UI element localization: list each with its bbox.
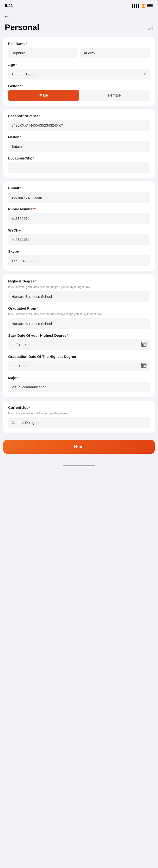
- full-name-group: Full Name*: [8, 41, 150, 58]
- age-group: Age* 18 / 08 / 1986 ▼: [8, 63, 150, 80]
- wifi-icon: 📶: [141, 4, 146, 8]
- graduated-from-hint: If you haven't graduated,fill in the uni…: [8, 312, 150, 316]
- back-arrow-icon[interactable]: ←: [4, 13, 10, 20]
- wechat-input[interactable]: [8, 234, 150, 245]
- graduation-date-group: Graduation Date Of The Highest Degree: [8, 354, 150, 371]
- full-name-inputs: [8, 48, 150, 58]
- highest-degree-input[interactable]: [8, 291, 150, 302]
- skype-group: Skype: [8, 249, 150, 266]
- next-button-container: Next: [0, 436, 158, 461]
- contact-info-card: E-mail* Phone Number* WeChat Skype: [3, 181, 155, 271]
- highest-degree-label: Highest Degree*: [8, 279, 150, 283]
- passport-number-group: Passport Number*: [8, 114, 150, 131]
- current-job-label: Current Job*: [8, 405, 150, 409]
- back-button-container: ←: [0, 10, 158, 21]
- start-date-wrapper: [8, 339, 150, 350]
- nation-label: Nation*: [8, 135, 150, 139]
- graduated-from-input[interactable]: [8, 318, 150, 329]
- graduated-from-label: Graduated From*: [8, 306, 150, 310]
- nation-group: Nation*: [8, 135, 150, 152]
- start-date-input[interactable]: [8, 339, 150, 350]
- battery-icon: [147, 4, 153, 8]
- age-label: Age*: [8, 63, 150, 67]
- gender-label: Gender*: [8, 84, 150, 88]
- svg-rect-2: [153, 5, 153, 6]
- page-header: Personal 1/3: [0, 21, 158, 37]
- major-label: Major*: [8, 376, 150, 380]
- major-input[interactable]: [8, 382, 150, 393]
- current-job-group: Current Job* If you are student now,fill…: [8, 405, 150, 428]
- wechat-label: WeChat: [8, 228, 150, 232]
- graduated-from-group: Graduated From* If you haven't graduated…: [8, 306, 150, 329]
- location-city-group: Location(City)*: [8, 156, 150, 173]
- passport-number-input[interactable]: [8, 120, 150, 131]
- home-bar: [63, 465, 95, 466]
- page-step: 1/3: [148, 26, 153, 31]
- last-name-input[interactable]: [8, 48, 77, 58]
- job-info-card: Current Job* If you are student now,fill…: [3, 401, 155, 433]
- graduation-date-label: Graduation Date Of The Highest Degree: [8, 354, 150, 359]
- passport-info-card: Passport Number* Nation* Location(City)*: [3, 109, 155, 178]
- first-name-col: [81, 48, 150, 58]
- highest-degree-group: Highest Degree* If you haven't graduated…: [8, 279, 150, 302]
- basic-info-card: Full Name* Age* 18 / 08 / 1986 ▼ Gender*: [3, 37, 155, 106]
- graduation-date-wrapper: [8, 361, 150, 371]
- email-group: E-mail*: [8, 186, 150, 203]
- first-name-input[interactable]: [81, 48, 150, 58]
- status-bar: 9:41 ▌▌▌▌ 📶: [0, 0, 158, 10]
- current-job-input[interactable]: [8, 417, 150, 428]
- gender-male-button[interactable]: Male: [8, 90, 79, 101]
- wechat-group: WeChat: [8, 228, 150, 245]
- home-indicator: [0, 461, 158, 468]
- full-name-label: Full Name*: [8, 41, 150, 45]
- email-label: E-mail*: [8, 186, 150, 190]
- gender-toggle: Male Female: [8, 90, 150, 101]
- email-input[interactable]: [8, 192, 150, 203]
- current-job-hint: If you are student now,fill in your grad…: [8, 411, 150, 415]
- major-group: Major*: [8, 376, 150, 393]
- passport-number-label: Passport Number*: [8, 114, 150, 118]
- status-icons: ▌▌▌▌ 📶: [132, 4, 153, 8]
- gender-female-button[interactable]: Female: [79, 90, 150, 101]
- start-date-group: Start Date Of your Highest Degree*: [8, 333, 150, 350]
- last-name-col: [8, 48, 77, 58]
- phone-number-label: Phone Number*: [8, 207, 150, 211]
- status-time: 9:41: [5, 3, 13, 8]
- phone-number-input[interactable]: [8, 213, 150, 224]
- page-title: Personal: [5, 23, 39, 32]
- location-city-input[interactable]: [8, 162, 150, 173]
- signal-icon: ▌▌▌▌: [132, 4, 140, 8]
- gender-group: Gender* Male Female: [8, 84, 150, 101]
- start-date-label: Start Date Of your Highest Degree*: [8, 333, 150, 337]
- skype-label: Skype: [8, 249, 150, 253]
- age-select-wrapper: 18 / 08 / 1986 ▼: [8, 69, 150, 80]
- highest-degree-hint: If you haven't graduated,fill in the deg…: [8, 285, 150, 289]
- nation-input[interactable]: [8, 141, 150, 152]
- next-button[interactable]: Next: [3, 440, 155, 454]
- svg-rect-1: [147, 4, 152, 6]
- skype-input[interactable]: [8, 255, 150, 266]
- age-select[interactable]: 18 / 08 / 1986: [8, 69, 150, 80]
- phone-number-group: Phone Number*: [8, 207, 150, 224]
- graduation-date-input[interactable]: [8, 361, 150, 371]
- education-info-card: Highest Degree* If you haven't graduated…: [3, 274, 155, 397]
- location-city-label: Location(City)*: [8, 156, 150, 160]
